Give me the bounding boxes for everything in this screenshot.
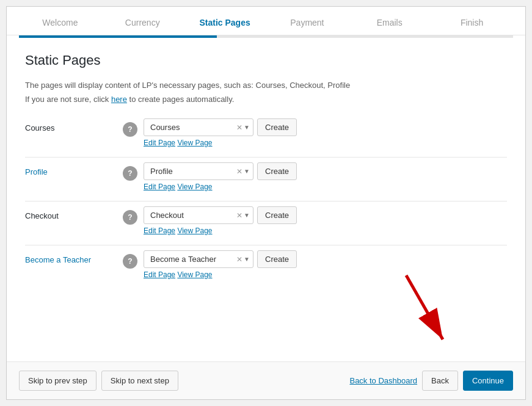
continue-button[interactable]: Continue [463, 371, 513, 391]
view-page-profile[interactable]: View Page [177, 183, 212, 191]
footer-left: Skip to prev step Skip to next step [19, 371, 178, 391]
select-create-checkout: Checkout ✕ ▼ Create [144, 206, 297, 224]
field-row-become-teacher: Become a Teacher ? Become a Teacher ✕ ▼ … [25, 250, 507, 284]
select-create-become-teacher: Become a Teacher ✕ ▼ Create [144, 250, 297, 268]
edit-view-links-checkout: Edit Page View Page [144, 227, 297, 235]
field-row-checkout: Checkout ? Checkout ✕ ▼ Create [25, 206, 507, 240]
main-content: Static Pages The pages will display cont… [7, 38, 525, 361]
progress-bar-fill [19, 35, 217, 38]
edit-page-become-teacher[interactable]: Edit Page [144, 270, 175, 279]
label-become-teacher: Become a Teacher [25, 250, 123, 264]
select-wrapper-checkout: Checkout ✕ ▼ [144, 206, 253, 224]
clear-icon-profile[interactable]: ✕ [236, 167, 242, 176]
back-to-dashboard-link[interactable]: Back to Dashboard [349, 376, 417, 385]
step-welcome[interactable]: Welcome [19, 7, 101, 35]
field-row-profile: Profile ? Profile ✕ ▼ Create [25, 162, 507, 196]
field-controls-profile: Profile ✕ ▼ Create Edit Page View Page [144, 162, 297, 191]
create-btn-checkout[interactable]: Create [257, 206, 297, 224]
view-page-checkout[interactable]: View Page [177, 227, 212, 235]
label-courses: Courses [25, 118, 123, 132]
separator-3 [25, 245, 507, 245]
select-wrapper-profile: Profile ✕ ▼ [144, 162, 253, 180]
skip-prev-button[interactable]: Skip to prev step [19, 371, 97, 391]
create-btn-profile[interactable]: Create [257, 162, 297, 180]
step-currency[interactable]: Currency [101, 7, 184, 35]
label-checkout: Checkout [25, 206, 123, 220]
auto-create-link[interactable]: here [111, 95, 127, 104]
view-page-become-teacher[interactable]: View Page [177, 270, 212, 279]
edit-view-links-become-teacher: Edit Page View Page [144, 270, 297, 279]
help-icon-courses[interactable]: ? [123, 122, 137, 137]
create-btn-courses[interactable]: Create [257, 118, 297, 136]
clear-icon-checkout[interactable]: ✕ [236, 211, 242, 220]
svg-line-1 [406, 275, 443, 339]
separator-1 [25, 157, 507, 158]
field-controls-courses: Courses ✕ ▼ Create Edit Page View Page [144, 118, 297, 147]
create-btn-become-teacher[interactable]: Create [257, 250, 297, 268]
steps-header: Welcome Currency Static Pages Payment Em… [7, 7, 525, 35]
help-icon-checkout[interactable]: ? [123, 210, 137, 225]
edit-view-links-courses: Edit Page View Page [144, 139, 297, 147]
step-static-pages[interactable]: Static Pages [184, 7, 266, 35]
edit-page-checkout[interactable]: Edit Page [144, 227, 175, 235]
wizard-container: Welcome Currency Static Pages Payment Em… [6, 6, 526, 400]
page-title: Static Pages [25, 53, 507, 68]
clear-icon-become-teacher[interactable]: ✕ [236, 255, 242, 264]
progress-bar [19, 35, 513, 38]
auto-create-line: If you are not sure, click here to creat… [25, 95, 507, 104]
field-row-courses: Courses ? Courses ✕ ▼ Create [25, 118, 507, 152]
separator-2 [25, 201, 507, 201]
clear-icon-courses[interactable]: ✕ [236, 123, 242, 132]
label-profile: Profile [25, 162, 123, 176]
select-create-courses: Courses ✕ ▼ Create [144, 118, 297, 136]
edit-page-profile[interactable]: Edit Page [144, 183, 175, 191]
step-emails[interactable]: Emails [348, 7, 431, 35]
skip-next-button[interactable]: Skip to next step [101, 371, 178, 391]
edit-view-links-profile: Edit Page View Page [144, 183, 297, 191]
footer-right: Back to Dashboard Back Continue [349, 371, 513, 391]
footer: Skip to prev step Skip to next step Back… [7, 361, 525, 399]
field-controls-checkout: Checkout ✕ ▼ Create Edit Page View Page [144, 206, 297, 235]
edit-page-courses[interactable]: Edit Page [144, 139, 175, 147]
step-finish[interactable]: Finish [431, 7, 513, 35]
select-create-profile: Profile ✕ ▼ Create [144, 162, 297, 180]
field-controls-become-teacher: Become a Teacher ✕ ▼ Create Edit Page Vi… [144, 250, 297, 279]
help-icon-become-teacher[interactable]: ? [123, 254, 137, 269]
help-icon-profile[interactable]: ? [123, 166, 137, 181]
description-text: The pages will display content of LP's n… [25, 81, 507, 90]
step-payment[interactable]: Payment [266, 7, 348, 35]
select-wrapper-become-teacher: Become a Teacher ✕ ▼ [144, 250, 253, 268]
back-button[interactable]: Back [422, 371, 458, 391]
select-wrapper-courses: Courses ✕ ▼ [144, 118, 253, 136]
view-page-courses[interactable]: View Page [177, 139, 212, 147]
